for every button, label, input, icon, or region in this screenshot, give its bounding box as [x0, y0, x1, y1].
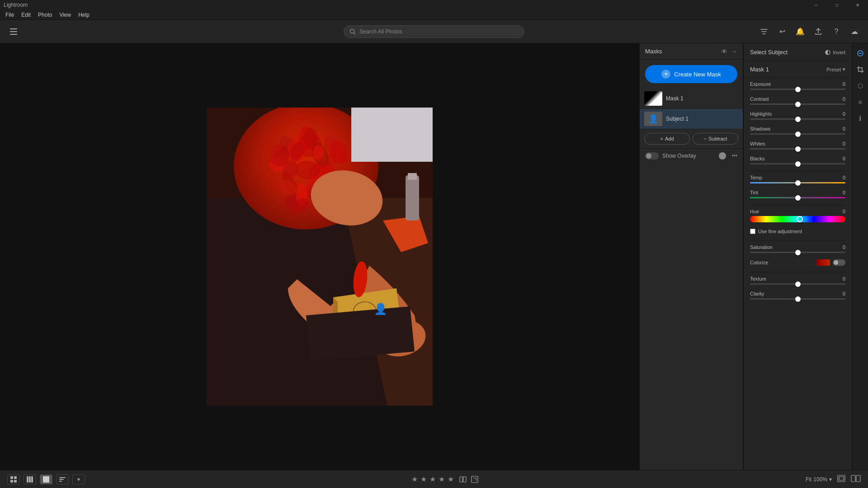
window-controls: ─ □ ✕: [806, 0, 868, 10]
filter-icon[interactable]: [758, 25, 770, 38]
tint-label: Tint: [750, 190, 758, 195]
help-icon[interactable]: ?: [830, 25, 843, 38]
compare-icon[interactable]: [459, 476, 467, 483]
colorize-preview[interactable]: [816, 259, 830, 266]
crop-ratio-icon[interactable]: [837, 475, 845, 483]
menu-file[interactable]: File: [2, 10, 18, 19]
fit-zoom-selector[interactable]: Fit 100% ▾: [806, 476, 832, 483]
divider-2: [750, 205, 845, 205]
texture-slider-row: Texture 0: [750, 276, 845, 285]
masks-title: Masks: [645, 48, 662, 55]
details-icon[interactable]: ≡: [854, 96, 867, 108]
highlights-label: Highlights: [750, 111, 772, 117]
select-subject-header: Select Subject Invert: [744, 43, 852, 61]
sidebar-toggle-icon[interactable]: [7, 25, 20, 38]
clarity-track[interactable]: [750, 298, 845, 300]
star-2[interactable]: ★: [420, 475, 427, 483]
sort-view-btn[interactable]: [56, 474, 69, 484]
contrast-value: 0: [843, 96, 845, 102]
shadows-track[interactable]: [750, 133, 845, 135]
svg-rect-1: [10, 31, 17, 32]
preset-selector[interactable]: Preset ▾: [826, 66, 845, 72]
temp-thumb[interactable]: [795, 180, 801, 186]
subtract-button[interactable]: − Subtract: [693, 133, 738, 145]
menu-photo[interactable]: Photo: [34, 10, 56, 19]
invert-label: Invert: [833, 50, 845, 55]
minimize-button[interactable]: ─: [806, 0, 826, 10]
star-3[interactable]: ★: [429, 475, 436, 483]
more-view-btn[interactable]: ▾: [72, 474, 85, 484]
tint-track[interactable]: [750, 197, 845, 198]
star-4[interactable]: ★: [439, 475, 445, 483]
tint-slider-row: Tint 0: [750, 190, 845, 198]
highlights-thumb[interactable]: [795, 117, 801, 122]
maximize-button[interactable]: □: [826, 0, 847, 10]
arrow-icon[interactable]: →: [731, 48, 737, 55]
texture-track[interactable]: [750, 283, 845, 285]
blacks-track[interactable]: [750, 163, 845, 164]
saturation-track[interactable]: [750, 252, 845, 253]
mask-actions: + Add − Subtract: [644, 133, 738, 145]
invert-button[interactable]: Invert: [825, 49, 845, 56]
overlay-options-icon[interactable]: •••: [731, 153, 737, 159]
compare-split-icon[interactable]: [851, 475, 861, 483]
saturation-slider-row: Saturation 0: [750, 244, 845, 253]
close-button[interactable]: ✕: [847, 0, 868, 10]
contrast-track[interactable]: [750, 103, 845, 105]
whites-thumb[interactable]: [795, 146, 801, 152]
fine-adjustment-checkbox[interactable]: [750, 229, 755, 234]
temp-value: 0: [843, 175, 845, 180]
svg-rect-11: [27, 476, 28, 483]
single-view-btn[interactable]: [40, 474, 52, 484]
subject1-item[interactable]: 👤 Subject 1: [640, 109, 743, 129]
crop-icon[interactable]: [854, 63, 867, 76]
exposure-track[interactable]: [750, 89, 845, 90]
masks-header-icons: 👁 →: [721, 48, 737, 55]
menu-help[interactable]: Help: [75, 10, 93, 19]
create-new-mask-button[interactable]: + Create New Mask: [645, 65, 737, 83]
star-5[interactable]: ★: [448, 475, 454, 483]
grid-view-btn[interactable]: [7, 474, 20, 484]
add-label: Add: [665, 136, 674, 141]
hue-track[interactable]: [750, 216, 845, 222]
menu-edit[interactable]: Edit: [18, 10, 34, 19]
hue-thumb[interactable]: [797, 216, 803, 222]
share-icon[interactable]: [812, 25, 825, 38]
svg-rect-15: [59, 477, 66, 478]
colorize-toggle[interactable]: [833, 259, 845, 266]
highlights-value: 0: [843, 111, 845, 117]
notification-icon[interactable]: 🔔: [794, 25, 807, 38]
subtract-label: Subtract: [708, 136, 727, 141]
whites-track[interactable]: [750, 148, 845, 150]
exposure-thumb[interactable]: [795, 87, 801, 92]
mask-icon[interactable]: [854, 47, 867, 60]
preset-label: Preset: [826, 67, 841, 72]
cloud-icon[interactable]: ☁: [848, 25, 861, 38]
shadows-thumb[interactable]: [795, 131, 801, 137]
info-icon[interactable]: ℹ: [854, 112, 867, 125]
contrast-thumb[interactable]: [795, 102, 801, 107]
temp-track[interactable]: [750, 182, 845, 183]
clarity-thumb[interactable]: [795, 296, 801, 302]
tint-thumb[interactable]: [795, 195, 801, 201]
saturation-thumb[interactable]: [795, 250, 801, 255]
add-button[interactable]: + Add: [644, 133, 690, 145]
highlights-track[interactable]: [750, 118, 845, 120]
blacks-thumb[interactable]: [795, 161, 801, 167]
texture-thumb[interactable]: [795, 282, 801, 287]
texture-label: Texture: [750, 276, 766, 282]
search-placeholder: Search All Photos: [359, 28, 402, 35]
exposure-label: Exposure: [750, 81, 771, 87]
adjust-icon[interactable]: ⬡: [854, 80, 867, 92]
eye-icon[interactable]: 👁: [721, 48, 727, 55]
overlay-color-picker[interactable]: [719, 152, 726, 160]
svg-rect-0: [10, 28, 17, 29]
column-view-btn[interactable]: [24, 474, 36, 484]
mask1-item[interactable]: Mask 1: [640, 89, 743, 109]
search-bar[interactable]: Search All Photos: [344, 25, 524, 38]
undo-icon[interactable]: ↩: [776, 25, 788, 38]
show-overlay-toggle[interactable]: [645, 152, 659, 160]
expand-icon[interactable]: [471, 476, 478, 483]
menu-view[interactable]: View: [56, 10, 75, 19]
star-1[interactable]: ★: [411, 475, 418, 483]
